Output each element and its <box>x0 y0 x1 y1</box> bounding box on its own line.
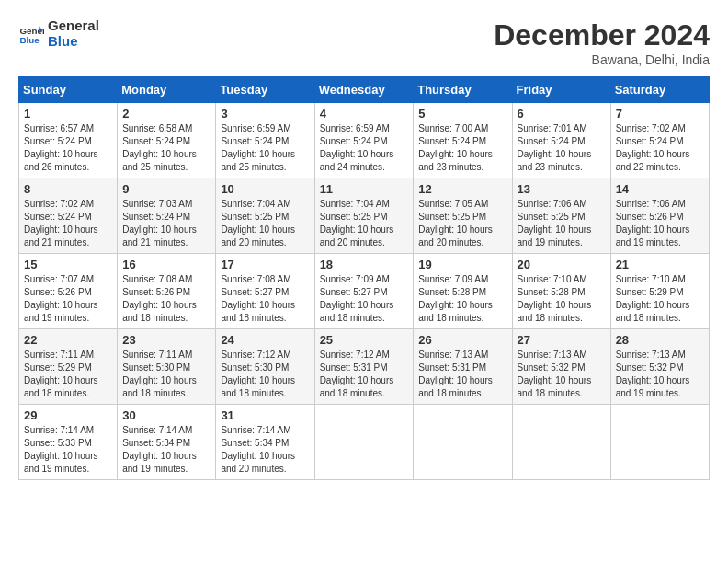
day-info: Sunrise: 7:10 AMSunset: 5:28 PMDaylight:… <box>518 273 606 325</box>
table-row: 27Sunrise: 7:13 AMSunset: 5:32 PMDayligh… <box>512 329 610 405</box>
day-number: 14 <box>616 182 704 196</box>
day-info: Sunrise: 7:13 AMSunset: 5:32 PMDaylight:… <box>518 349 606 400</box>
day-number: 6 <box>518 107 606 121</box>
table-row: 26Sunrise: 7:13 AMSunset: 5:31 PMDayligh… <box>414 329 512 405</box>
col-friday: Friday <box>512 77 610 103</box>
day-number: 29 <box>24 408 112 422</box>
table-row: 6Sunrise: 7:01 AMSunset: 5:24 PMDaylight… <box>512 103 610 178</box>
day-info: Sunrise: 7:13 AMSunset: 5:31 PMDaylight:… <box>418 349 506 400</box>
calendar-row: 8Sunrise: 7:02 AMSunset: 5:24 PMDaylight… <box>19 178 710 254</box>
day-number: 20 <box>518 258 606 271</box>
day-info: Sunrise: 7:03 AMSunset: 5:24 PMDaylight:… <box>122 198 210 249</box>
day-number: 9 <box>122 182 210 196</box>
day-info: Sunrise: 7:00 AMSunset: 5:24 PMDaylight:… <box>418 122 506 174</box>
day-info: Sunrise: 7:14 AMSunset: 5:33 PMDaylight:… <box>24 424 112 476</box>
table-row: 31Sunrise: 7:14 AMSunset: 5:34 PMDayligh… <box>216 405 314 480</box>
calendar-row: 29Sunrise: 7:14 AMSunset: 5:33 PMDayligh… <box>19 405 710 480</box>
table-row: 12Sunrise: 7:05 AMSunset: 5:25 PMDayligh… <box>414 178 512 254</box>
day-number: 15 <box>24 258 112 271</box>
col-saturday: Saturday <box>610 77 709 103</box>
day-info: Sunrise: 7:06 AMSunset: 5:25 PMDaylight:… <box>518 198 606 249</box>
day-info: Sunrise: 7:02 AMSunset: 5:24 PMDaylight:… <box>616 122 704 174</box>
day-info: Sunrise: 7:04 AMSunset: 5:25 PMDaylight:… <box>221 198 309 249</box>
table-row: 29Sunrise: 7:14 AMSunset: 5:33 PMDayligh… <box>19 405 118 480</box>
calendar-row: 22Sunrise: 7:11 AMSunset: 5:29 PMDayligh… <box>19 329 710 405</box>
svg-text:Blue: Blue <box>19 34 40 44</box>
table-row: 2Sunrise: 6:58 AMSunset: 5:24 PMDaylight… <box>118 103 216 178</box>
day-info: Sunrise: 7:07 AMSunset: 5:26 PMDaylight:… <box>24 273 112 325</box>
day-number: 4 <box>320 107 409 121</box>
table-row: 14Sunrise: 7:06 AMSunset: 5:26 PMDayligh… <box>610 178 709 254</box>
table-row: 9Sunrise: 7:03 AMSunset: 5:24 PMDaylight… <box>118 178 216 254</box>
day-info: Sunrise: 7:12 AMSunset: 5:31 PMDaylight:… <box>320 349 409 400</box>
day-number: 8 <box>24 182 112 196</box>
day-info: Sunrise: 6:58 AMSunset: 5:24 PMDaylight:… <box>122 122 210 174</box>
table-row: 10Sunrise: 7:04 AMSunset: 5:25 PMDayligh… <box>216 178 314 254</box>
day-info: Sunrise: 7:11 AMSunset: 5:30 PMDaylight:… <box>122 349 210 400</box>
table-row <box>414 405 512 480</box>
day-number: 31 <box>221 408 309 422</box>
table-row: 21Sunrise: 7:10 AMSunset: 5:29 PMDayligh… <box>610 254 709 329</box>
day-number: 27 <box>518 333 606 347</box>
day-number: 17 <box>221 258 309 271</box>
day-number: 23 <box>122 333 210 347</box>
table-row: 13Sunrise: 7:06 AMSunset: 5:25 PMDayligh… <box>512 178 610 254</box>
table-row <box>314 405 414 480</box>
day-number: 7 <box>616 107 704 121</box>
page-header: General Blue General Blue December 2024 … <box>18 18 710 67</box>
calendar-row: 15Sunrise: 7:07 AMSunset: 5:26 PMDayligh… <box>19 254 710 329</box>
day-number: 19 <box>418 258 506 271</box>
col-sunday: Sunday <box>19 77 118 103</box>
table-row: 16Sunrise: 7:08 AMSunset: 5:26 PMDayligh… <box>118 254 216 329</box>
day-info: Sunrise: 7:01 AMSunset: 5:24 PMDaylight:… <box>518 122 606 174</box>
table-row: 25Sunrise: 7:12 AMSunset: 5:31 PMDayligh… <box>314 329 414 405</box>
day-number: 13 <box>518 182 606 196</box>
day-number: 21 <box>616 258 704 271</box>
table-row: 15Sunrise: 7:07 AMSunset: 5:26 PMDayligh… <box>19 254 118 329</box>
day-info: Sunrise: 6:59 AMSunset: 5:24 PMDaylight:… <box>320 122 409 174</box>
day-info: Sunrise: 7:11 AMSunset: 5:29 PMDaylight:… <box>24 349 112 400</box>
col-wednesday: Wednesday <box>314 77 414 103</box>
table-row: 1Sunrise: 6:57 AMSunset: 5:24 PMDaylight… <box>19 103 118 178</box>
table-row: 24Sunrise: 7:12 AMSunset: 5:30 PMDayligh… <box>216 329 314 405</box>
title-block: December 2024 Bawana, Delhi, India <box>494 18 710 67</box>
logo-icon: General Blue <box>18 21 44 47</box>
day-info: Sunrise: 7:09 AMSunset: 5:27 PMDaylight:… <box>320 273 409 325</box>
day-info: Sunrise: 7:08 AMSunset: 5:27 PMDaylight:… <box>221 273 309 325</box>
day-info: Sunrise: 7:05 AMSunset: 5:25 PMDaylight:… <box>418 198 506 249</box>
table-row: 4Sunrise: 6:59 AMSunset: 5:24 PMDaylight… <box>314 103 414 178</box>
month-title: December 2024 <box>494 18 710 52</box>
day-info: Sunrise: 7:14 AMSunset: 5:34 PMDaylight:… <box>221 424 309 476</box>
day-number: 22 <box>24 333 112 347</box>
calendar: Sunday Monday Tuesday Wednesday Thursday… <box>18 76 710 480</box>
table-row: 8Sunrise: 7:02 AMSunset: 5:24 PMDaylight… <box>19 178 118 254</box>
logo-text-line2: Blue <box>48 34 99 50</box>
day-number: 26 <box>418 333 506 347</box>
day-info: Sunrise: 7:12 AMSunset: 5:30 PMDaylight:… <box>221 349 309 400</box>
col-thursday: Thursday <box>414 77 512 103</box>
day-number: 12 <box>418 182 506 196</box>
day-info: Sunrise: 7:09 AMSunset: 5:28 PMDaylight:… <box>418 273 506 325</box>
table-row <box>512 405 610 480</box>
col-monday: Monday <box>118 77 216 103</box>
header-row: Sunday Monday Tuesday Wednesday Thursday… <box>19 77 710 103</box>
table-row: 20Sunrise: 7:10 AMSunset: 5:28 PMDayligh… <box>512 254 610 329</box>
day-number: 18 <box>320 258 409 271</box>
day-number: 5 <box>418 107 506 121</box>
table-row: 19Sunrise: 7:09 AMSunset: 5:28 PMDayligh… <box>414 254 512 329</box>
calendar-row: 1Sunrise: 6:57 AMSunset: 5:24 PMDaylight… <box>19 103 710 178</box>
day-info: Sunrise: 7:10 AMSunset: 5:29 PMDaylight:… <box>616 273 704 325</box>
table-row: 11Sunrise: 7:04 AMSunset: 5:25 PMDayligh… <box>314 178 414 254</box>
day-info: Sunrise: 7:13 AMSunset: 5:32 PMDaylight:… <box>616 349 704 400</box>
table-row: 5Sunrise: 7:00 AMSunset: 5:24 PMDaylight… <box>414 103 512 178</box>
table-row: 23Sunrise: 7:11 AMSunset: 5:30 PMDayligh… <box>118 329 216 405</box>
table-row: 3Sunrise: 6:59 AMSunset: 5:24 PMDaylight… <box>216 103 314 178</box>
day-info: Sunrise: 7:14 AMSunset: 5:34 PMDaylight:… <box>122 424 210 476</box>
table-row: 28Sunrise: 7:13 AMSunset: 5:32 PMDayligh… <box>610 329 709 405</box>
day-info: Sunrise: 7:06 AMSunset: 5:26 PMDaylight:… <box>616 198 704 249</box>
day-info: Sunrise: 6:59 AMSunset: 5:24 PMDaylight:… <box>221 122 309 174</box>
logo: General Blue General Blue <box>18 18 99 49</box>
day-number: 11 <box>320 182 409 196</box>
table-row: 17Sunrise: 7:08 AMSunset: 5:27 PMDayligh… <box>216 254 314 329</box>
day-info: Sunrise: 7:08 AMSunset: 5:26 PMDaylight:… <box>122 273 210 325</box>
